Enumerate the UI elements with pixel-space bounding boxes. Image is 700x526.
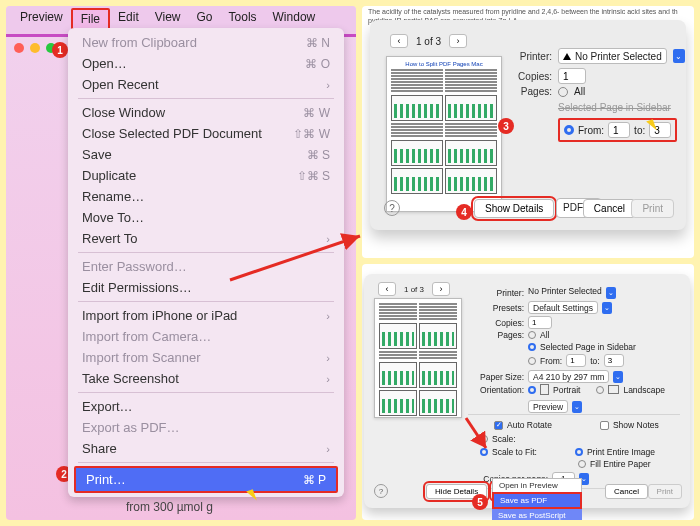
menu-file[interactable]: File xyxy=(71,8,110,30)
step-badge-4: 4 xyxy=(456,204,472,220)
chevron-updown-icon[interactable]: ⌄ xyxy=(613,371,623,383)
file-open-recent[interactable]: Open Recent› xyxy=(68,74,344,95)
chevron-right-icon: › xyxy=(326,310,330,322)
file-print[interactable]: Print…⌘ P xyxy=(74,466,338,493)
file-share[interactable]: Share› xyxy=(68,438,344,459)
menu-view[interactable]: View xyxy=(147,8,189,30)
file-rename[interactable]: Rename… xyxy=(68,186,344,207)
chevron-updown-icon[interactable]: ⌄ xyxy=(572,401,582,413)
from-input[interactable] xyxy=(608,122,630,138)
step-badge-3: 3 xyxy=(498,118,514,134)
print-entire-radio[interactable] xyxy=(575,448,583,456)
menu-go[interactable]: Go xyxy=(189,8,221,30)
scale-radio[interactable] xyxy=(480,435,488,443)
chevron-updown-icon[interactable]: ⌄ xyxy=(606,287,616,299)
pages-from-radio[interactable] xyxy=(564,125,574,135)
from-input[interactable] xyxy=(566,354,586,367)
file-save[interactable]: Save⌘ S xyxy=(68,144,344,165)
file-take-screenshot[interactable]: Take Screenshot› xyxy=(68,368,344,389)
chevron-right-icon: › xyxy=(326,79,330,91)
file-open[interactable]: Open…⌘ O xyxy=(68,53,344,74)
step-badge-1: 1 xyxy=(52,42,68,58)
file-import-ios[interactable]: Import from iPhone or iPad› xyxy=(68,305,344,326)
file-duplicate[interactable]: Duplicate⇧⌘ S xyxy=(68,165,344,186)
copies-input[interactable] xyxy=(528,316,552,329)
cursor-icon xyxy=(248,490,255,502)
menu-preview[interactable]: Preview xyxy=(12,8,71,30)
fill-paper-radio[interactable] xyxy=(578,460,586,468)
help-button[interactable]: ? xyxy=(384,200,400,216)
cancel-button[interactable]: Cancel xyxy=(583,199,636,218)
copies-input[interactable] xyxy=(558,68,586,84)
minimize-icon[interactable] xyxy=(30,43,40,53)
file-import-scanner: Import from Scanner› xyxy=(68,347,344,368)
page-thumbnail xyxy=(374,298,462,418)
menu-window[interactable]: Window xyxy=(265,8,324,30)
printer-select[interactable]: No Printer Selected xyxy=(558,48,667,64)
chevron-right-icon: › xyxy=(326,233,330,245)
pdf-menu-save-as-postscript[interactable]: Save as PostScript xyxy=(492,509,582,520)
file-import-camera: Import from Camera… xyxy=(68,326,344,347)
pages-all-radio[interactable] xyxy=(528,331,536,339)
copies-row: Copies: xyxy=(510,68,586,84)
prev-page-button[interactable]: ‹ xyxy=(378,282,396,296)
show-details-button[interactable]: Show Details xyxy=(474,199,554,218)
step1-2-panel: Preview File Edit View Go Tools Window 1… xyxy=(6,6,356,520)
step3-4-panel: The acidity of the catalysts measured fr… xyxy=(362,6,694,258)
chevron-right-icon: › xyxy=(326,443,330,455)
papersize-select[interactable]: A4 210 by 297 mm xyxy=(528,370,609,383)
landscape-icon xyxy=(608,385,619,394)
next-page-button[interactable]: › xyxy=(432,282,450,296)
close-icon[interactable] xyxy=(14,43,24,53)
menu-tools[interactable]: Tools xyxy=(221,8,265,30)
print-button[interactable]: Print xyxy=(648,484,682,499)
cancel-button[interactable]: Cancel xyxy=(605,484,648,499)
page-indicator: 1 of 3 xyxy=(416,36,441,47)
pages-sidebar-row: Selected Page in Sidebar xyxy=(558,102,671,113)
file-edit-permissions[interactable]: Edit Permissions… xyxy=(68,277,344,298)
pages-from-radio[interactable] xyxy=(528,357,536,365)
pdf-menu-open-preview[interactable]: Open in Preview xyxy=(492,478,582,492)
pages-row: Pages: All xyxy=(510,86,585,97)
presets-select[interactable]: Default Settings xyxy=(528,301,598,314)
file-enter-password: Enter Password… xyxy=(68,256,344,277)
warning-icon xyxy=(563,53,571,60)
chevron-right-icon: › xyxy=(326,352,330,364)
page-indicator: 1 of 3 xyxy=(404,285,424,294)
step-badge-5: 5 xyxy=(472,494,488,510)
pager: ‹ 1 of 3 › xyxy=(390,34,467,48)
print-button[interactable]: Print xyxy=(631,199,674,218)
landscape-radio[interactable] xyxy=(596,386,604,394)
auto-rotate-check[interactable]: ✓ xyxy=(494,421,503,430)
scale-to-fit-radio[interactable] xyxy=(480,448,488,456)
page-thumbnail: How to Split PDF Pages Mac xyxy=(386,56,502,212)
file-move-to[interactable]: Move To… xyxy=(68,207,344,228)
print-dialog-small: ‹ 1 of 3 › How to Split PDF Pages Mac Pr… xyxy=(370,20,686,230)
pages-sidebar-radio[interactable] xyxy=(528,343,536,351)
file-export[interactable]: Export… xyxy=(68,396,344,417)
step5-panel: ‹ 1 of 3 › Printer: No Printer Selected … xyxy=(362,264,694,520)
portrait-icon xyxy=(540,384,549,395)
chevron-right-icon: › xyxy=(326,373,330,385)
portrait-radio[interactable] xyxy=(528,386,536,394)
file-menu-dropdown: New from Clipboard⌘ N Open…⌘ O Open Rece… xyxy=(68,28,344,497)
file-revert-to[interactable]: Revert To› xyxy=(68,228,344,249)
next-page-button[interactable]: › xyxy=(449,34,467,48)
pages-all-radio[interactable] xyxy=(558,87,568,97)
pdf-menu-save-as-pdf[interactable]: Save as PDF xyxy=(492,492,582,509)
section-select[interactable]: Preview xyxy=(528,400,568,413)
help-button[interactable]: ? xyxy=(374,484,388,498)
pager: ‹ 1 of 3 › xyxy=(378,282,450,296)
chevron-updown-icon[interactable]: ⌄ xyxy=(673,49,685,63)
printer-select[interactable]: No Printer Selected xyxy=(528,286,602,299)
show-notes-check[interactable]: ✓ xyxy=(600,421,609,430)
to-input[interactable] xyxy=(604,354,624,367)
file-export-as-pdf: Export as PDF… xyxy=(68,417,344,438)
file-close-window[interactable]: Close Window⌘ W xyxy=(68,102,344,123)
chevron-updown-icon[interactable]: ⌄ xyxy=(602,302,612,314)
menu-edit[interactable]: Edit xyxy=(110,8,147,30)
file-close-selected-pdf[interactable]: Close Selected PDF Document⇧⌘ W xyxy=(68,123,344,144)
printer-row: Printer: No Printer Selected ⌄ xyxy=(510,48,685,64)
print-dialog-large: ‹ 1 of 3 › Printer: No Printer Selected … xyxy=(364,274,690,508)
prev-page-button[interactable]: ‹ xyxy=(390,34,408,48)
